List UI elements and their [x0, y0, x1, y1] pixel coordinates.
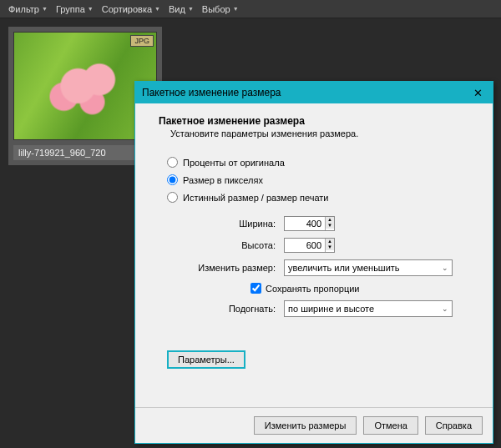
keep-proportions-label: Сохранять пропорции: [266, 284, 360, 294]
dialog-titlebar[interactable]: Пакетное изменение размера ✕: [135, 82, 493, 103]
menu-select[interactable]: Выбор▼: [199, 3, 242, 16]
chevron-down-icon: ⌄: [442, 305, 448, 313]
radio-percent-label: Проценты от оригинала: [183, 158, 285, 168]
apply-button[interactable]: Изменить размеры: [254, 416, 357, 435]
fit-combo[interactable]: по ширине и высоте ⌄: [284, 300, 453, 317]
resize-label: Изменить размер:: [167, 263, 284, 273]
keep-proportions[interactable]: Сохранять пропорции: [250, 283, 476, 294]
height-spinner[interactable]: ▲▼: [284, 238, 335, 253]
chevron-down-icon: ⌄: [442, 264, 448, 272]
chevron-down-icon: ▼: [233, 6, 239, 12]
spin-up-icon[interactable]: ▲: [326, 217, 334, 223]
help-button[interactable]: Справка: [425, 416, 483, 435]
dialog-header: Пакетное изменение размера Установите па…: [159, 115, 476, 138]
batch-resize-dialog: Пакетное изменение размера ✕ Пакетное из…: [134, 81, 493, 444]
height-input[interactable]: [285, 239, 325, 252]
radio-actual[interactable]: Истинный размер / размер печати: [167, 192, 476, 203]
chevron-down-icon: ▼: [88, 6, 94, 12]
cancel-button[interactable]: Отмена: [363, 416, 418, 435]
chevron-down-icon: ▼: [154, 6, 160, 12]
radio-pixels-input[interactable]: [167, 174, 178, 185]
fit-combo-value: по ширине и высоте: [288, 304, 374, 314]
height-label: Высота:: [167, 240, 284, 250]
radio-actual-label: Истинный размер / размер печати: [183, 193, 328, 203]
dialog-title: Пакетное изменение размера: [142, 87, 469, 98]
width-label: Ширина:: [167, 219, 284, 229]
radio-pixels-label: Размер в пикселях: [183, 175, 263, 185]
close-icon[interactable]: ✕: [469, 87, 486, 99]
spin-down-icon[interactable]: ▼: [326, 244, 334, 250]
width-input[interactable]: [285, 217, 325, 230]
menu-filter[interactable]: Фильтр▼: [5, 3, 51, 16]
spin-up-icon[interactable]: ▲: [326, 239, 334, 244]
menu-group[interactable]: Группа▼: [53, 3, 97, 16]
dialog-header-title: Пакетное изменение размера: [159, 115, 305, 127]
radio-percent-input[interactable]: [167, 157, 178, 168]
dialog-header-sub: Установите параметры изменения размера.: [170, 128, 476, 138]
dialog-footer: Изменить размеры Отмена Справка: [135, 407, 493, 443]
chevron-down-icon: ▼: [188, 6, 194, 12]
spin-down-icon[interactable]: ▼: [326, 223, 334, 229]
radio-pixels[interactable]: Размер в пикселях: [167, 174, 476, 185]
chevron-down-icon: ▼: [42, 6, 48, 12]
menu-sort[interactable]: Сортировка▼: [99, 3, 164, 16]
format-badge: JPG: [130, 35, 154, 47]
resize-combo-value: увеличить или уменьшить: [288, 263, 400, 273]
radio-actual-input[interactable]: [167, 192, 178, 203]
width-spinner[interactable]: ▲▼: [284, 216, 335, 231]
menu-view[interactable]: Вид▼: [165, 3, 197, 16]
menubar: Фильтр▼ Группа▼ Сортировка▼ Вид▼ Выбор▼: [0, 0, 501, 18]
parameters-button[interactable]: Параметры...: [167, 350, 245, 369]
radio-percent[interactable]: Проценты от оригинала: [167, 157, 476, 168]
resize-combo[interactable]: увеличить или уменьшить ⌄: [284, 259, 453, 276]
keep-proportions-checkbox[interactable]: [250, 283, 261, 294]
fit-label: Подогнать:: [167, 304, 284, 314]
